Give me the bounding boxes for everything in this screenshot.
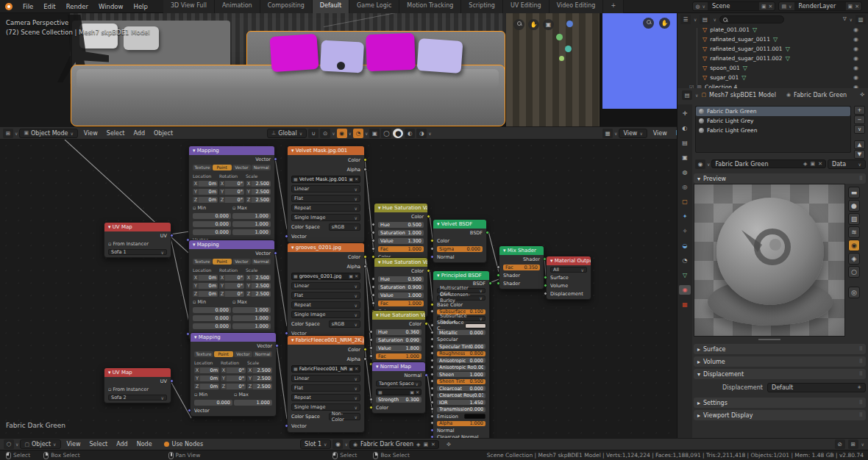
- node-socket[interactable]: [430, 351, 434, 355]
- node-mix-shader[interactable]: ▾ Mix ShaderShaderFac0.350ShaderShader: [499, 245, 544, 290]
- node-row-fac[interactable]: Fac0.350: [499, 264, 544, 271]
- value-box[interactable]: 1.000: [232, 323, 271, 330]
- material-name-field[interactable]: ◉ Fabric Dark Green ◈ ▣ ✕: [349, 440, 439, 449]
- outliner-item-spoon_001[interactable]: ▽spoon_001▽◉: [677, 63, 868, 73]
- viewport-menu-add[interactable]: Add: [129, 130, 150, 137]
- move-slot-up-button[interactable]: ▲: [854, 140, 865, 149]
- node-row-sheen-tint[interactable]: Sheen Tint0.500: [433, 378, 489, 385]
- material-slot-fabric-light-grey[interactable]: Fabric Light Grey: [696, 116, 850, 126]
- menu-edit[interactable]: Edit: [38, 3, 60, 10]
- node-uv-map-1[interactable]: ▾ UV MapUV▫ From InstancerSofa 1∨: [104, 222, 171, 258]
- node-row-tabs[interactable]: TexturePointVectorNormal: [189, 258, 274, 265]
- scene-selector[interactable]: ◍ ∨ Scene ▣ ✕: [692, 1, 775, 11]
- node-socket[interactable]: [430, 393, 434, 397]
- shading-solid-icon[interactable]: ⬤: [393, 129, 403, 138]
- node-socket[interactable]: [371, 247, 375, 251]
- panel-drag-dots[interactable]: ⠿: [859, 371, 862, 377]
- node-socket[interactable]: [188, 409, 191, 412]
- scene-name[interactable]: Scene: [708, 2, 759, 10]
- node-socket[interactable]: [430, 239, 434, 242]
- menu-render[interactable]: Render: [61, 3, 93, 10]
- node-row-fabricfleece001-nrm[interactable]: ▦FabricFleece001_NRM_▣✕: [288, 364, 364, 373]
- shading-material-icon[interactable]: ◐: [405, 129, 415, 138]
- node-tab-normal[interactable]: Normal: [252, 259, 271, 265]
- value-cell[interactable]: X2.500: [246, 181, 271, 187]
- workspace-tab-video-editing[interactable]: Video Editing: [549, 0, 604, 13]
- node-row-metallic[interactable]: Metallic0.000: [433, 330, 489, 337]
- material-browse-icon[interactable]: ◉: [695, 159, 705, 169]
- node-socket[interactable]: [430, 407, 434, 411]
- editor-type-icon[interactable]: ⊞: [3, 129, 13, 138]
- node-header-mapping-2[interactable]: ▾ Mapping: [189, 240, 274, 249]
- dropdown-flat[interactable]: Flat∨: [291, 384, 360, 392]
- dropdown-single-image[interactable]: Single Image∨: [291, 214, 360, 221]
- node-socket[interactable]: [430, 379, 434, 383]
- node-image-texture-2[interactable]: ▾ grooves_0201.jpgColorAlpha▦grooves_020…: [287, 242, 365, 340]
- slider-fac[interactable]: Fac1.000: [376, 353, 421, 360]
- slider-ior[interactable]: IOR1.450: [437, 400, 485, 405]
- node-mapping-1[interactable]: ▾ MappingVectorTexturePointVectorNormalL…: [188, 145, 275, 246]
- dropdown-single-image[interactable]: Single Image∨: [291, 311, 360, 318]
- close-icon[interactable]: ✕: [416, 389, 419, 395]
- menu-help[interactable]: Help: [128, 3, 152, 10]
- slider-fac[interactable]: Fac0.350: [503, 265, 540, 271]
- slider-fac[interactable]: Fac1.000: [378, 301, 424, 307]
- value-box[interactable]: 0.000: [193, 307, 231, 314]
- properties-tab-object-data[interactable]: ▽: [679, 270, 691, 280]
- node-row-all[interactable]: All∨: [547, 266, 591, 273]
- value-cell[interactable]: Z0°: [219, 291, 244, 298]
- node-socket[interactable]: [485, 231, 489, 234]
- value-box[interactable]: 1.000: [232, 221, 271, 228]
- node-row-color-space[interactable]: Color SpaceNon-Color∨: [288, 412, 364, 421]
- node-row-velvet-mask-jpg-001[interactable]: ▦Velvet Mask.jpg.001▣✕: [288, 175, 364, 184]
- value-cell[interactable]: Y0°: [219, 283, 244, 290]
- copy-icon[interactable]: ▣: [349, 366, 353, 371]
- material-name-field[interactable]: Fabric Dark Green ◈ ▣ ✕: [711, 159, 826, 168]
- node-row-anisotropic-rotation[interactable]: Anisotropic Rotation0.000: [433, 364, 489, 371]
- menu-file[interactable]: File: [18, 3, 38, 10]
- eye-icon[interactable]: ◉: [853, 46, 858, 52]
- node-socket[interactable]: [369, 330, 373, 334]
- display-mode-icon[interactable]: ▤: [700, 15, 710, 24]
- pan-hand-icon[interactable]: ✋: [528, 19, 539, 30]
- node-row-v2[interactable]: 0.0001.000: [189, 212, 274, 220]
- pin-icon[interactable]: ✜: [447, 442, 451, 448]
- properties-tab-particles[interactable]: ✧: [679, 226, 691, 236]
- node-row-linear[interactable]: Linear∨: [288, 374, 364, 383]
- node-row-fac[interactable]: Fac1.000: [372, 353, 425, 360]
- node-header-hue-saturation-value-2[interactable]: ▾ Hue Saturation Value: [374, 258, 427, 267]
- node-row-flat[interactable]: Flat∨: [288, 291, 364, 300]
- slider-value[interactable]: Value1.000: [378, 292, 424, 299]
- value-cell[interactable]: X2.500: [247, 367, 272, 374]
- node-socket[interactable]: [363, 357, 367, 361]
- slider-fac[interactable]: Fac1.000: [378, 246, 424, 253]
- close-icon[interactable]: ✕: [818, 161, 822, 167]
- node-row-chk2[interactable]: ▫ Min▫ Max: [189, 204, 274, 212]
- node-row-v2[interactable]: 0.0001.000: [189, 323, 274, 330]
- dropdown-srgb[interactable]: sRGB∨: [329, 223, 360, 231]
- move-slot-down-button[interactable]: ▼: [854, 150, 865, 159]
- properties-tab-output[interactable]: ▤: [679, 138, 691, 148]
- value-box[interactable]: 1.000: [232, 229, 271, 236]
- mode-dropdown[interactable]: ▣ Object Mode ∨: [19, 129, 77, 138]
- panel-drag-dots[interactable]: ⠿: [859, 412, 862, 418]
- use-nodes-checkbox[interactable]: [164, 442, 169, 447]
- node-row-grooves-0201-jpg[interactable]: ▦grooves_0201.jpg▣✕: [288, 272, 364, 281]
- preview-type-cube[interactable]: ▧: [848, 213, 860, 225]
- dropdown-srgb[interactable]: sRGB∨: [329, 320, 360, 328]
- node-header-material-output[interactable]: ▾ Material Output: [547, 256, 591, 265]
- node-row-r3[interactable]: X0mX0°X2.500: [191, 367, 276, 374]
- value-cell[interactable]: X0°: [219, 181, 244, 187]
- value-box[interactable]: 1.000: [234, 400, 272, 406]
- node-socket[interactable]: [497, 273, 500, 277]
- node-row-value[interactable]: Value1.000: [374, 292, 427, 299]
- node-row-saturation[interactable]: Saturation0.090: [372, 337, 425, 344]
- node-tab-texture[interactable]: Texture: [193, 165, 212, 171]
- node-socket[interactable]: [285, 234, 288, 238]
- shading-rendered-icon[interactable]: ◑: [416, 129, 427, 138]
- node-row-repeat[interactable]: Repeat∨: [288, 301, 364, 309]
- node-row-repeat[interactable]: Repeat∨: [288, 393, 364, 402]
- node-socket[interactable]: [427, 269, 430, 273]
- eye-icon[interactable]: ◉: [853, 36, 858, 43]
- slider-specular-tint[interactable]: Specular Tint0.000: [437, 344, 485, 349]
